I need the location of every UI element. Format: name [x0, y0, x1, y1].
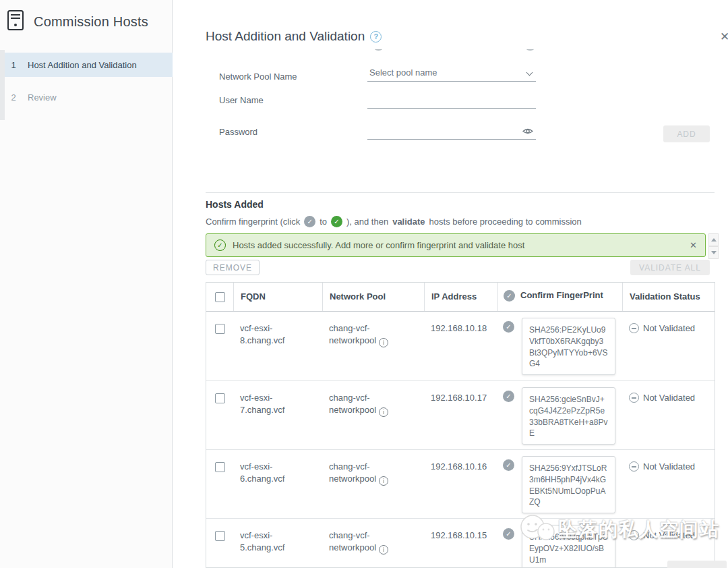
header-validation-status: Validation Status [622, 283, 715, 311]
host-table-row: vcf-esxi-6.chang.vcf chang-vcf-networkpo… [206, 449, 715, 518]
row-checkbox[interactable] [215, 393, 225, 403]
header-label: Confirm FingerPrint [520, 290, 603, 300]
network-pool-value: chang-vcf-networkpool [329, 323, 376, 345]
step-number: 1 [10, 60, 17, 70]
info-icon[interactable]: i [379, 338, 388, 347]
not-validated-icon [629, 323, 639, 333]
remove-button[interactable]: REMOVE [206, 260, 260, 275]
instruction-text: to [320, 217, 327, 227]
confirm-all-fingerprint-icon[interactable]: ✓ [504, 290, 515, 302]
network-pool-cell: chang-vcf-networkpooli [322, 450, 424, 518]
host-table-row: vcf-esxi-7.chang.vcf chang-vcf-networkpo… [206, 380, 715, 449]
fingerprint-value: SHA256:gcieSnBvJ+cqG4J4Z2ePzZpR5e33bBRA8… [522, 387, 615, 445]
row-select-cell [206, 312, 233, 380]
step-label: Review [28, 92, 57, 103]
fingerprint-value: SHA256:V9JqpkbTpSEypOVz+X82IUO/sBU1m [522, 525, 615, 568]
row-checkbox[interactable] [215, 462, 225, 472]
fqdn-value: vcf-esxi-7.chang.vcf [240, 392, 311, 416]
header-fqdn: FQDN [233, 283, 322, 311]
instruction-text-bold: validate [392, 217, 425, 227]
confirm-fingerprint-icon[interactable]: ✓ [503, 459, 514, 471]
close-icon[interactable]: ✕ [720, 30, 728, 44]
ip-address-cell: 192.168.10.18 [424, 312, 497, 380]
not-validated-icon [629, 461, 639, 472]
page-title-row: Host Addition and Validation ? [206, 29, 382, 44]
host-server-icon [7, 9, 24, 34]
wizard-title-row: Commission Hosts [7, 9, 148, 34]
scroll-cut-field-artifact [526, 47, 534, 51]
fqdn-cell: vcf-esxi-5.chang.vcf [233, 519, 322, 568]
select-all-cell [206, 283, 233, 311]
gray-check-icon: ✓ [304, 216, 315, 227]
chevron-down-icon [526, 69, 533, 76]
validate-all-button[interactable]: VALIDATE ALL [630, 260, 710, 275]
header-network-pool: Network Pool [322, 283, 424, 311]
row-select-cell [206, 381, 233, 449]
validation-status-cell: Not Validated [622, 381, 715, 449]
instruction-text: Confirm fingerprint (click [206, 217, 300, 227]
instruction-text: ), and then [346, 217, 388, 227]
network-pool-selected-value: Select pool name [369, 67, 437, 78]
ip-address-cell: 192.168.10.17 [424, 381, 497, 449]
ip-address-value: 192.168.10.18 [431, 323, 487, 333]
show-password-eye-icon[interactable] [522, 127, 533, 138]
ip-address-value: 192.168.10.16 [431, 461, 487, 472]
fingerprint-cell: ✓ SHA256:V9JqpkbTpSEypOVz+X82IUO/sBU1m [497, 519, 622, 568]
network-pool-select[interactable]: Select pool name [367, 65, 536, 82]
select-all-checkbox[interactable] [215, 292, 225, 302]
header-confirm-fingerprint: ✓ Confirm FingerPrint [497, 283, 622, 311]
host-table-row: vcf-esxi-8.chang.vcf chang-vcf-networkpo… [206, 312, 715, 380]
row-checkbox[interactable] [215, 324, 225, 334]
not-validated-icon [629, 530, 639, 540]
next-button[interactable] [667, 561, 727, 568]
fqdn-cell: vcf-esxi-8.chang.vcf [233, 312, 322, 380]
row-select-cell [206, 450, 233, 518]
fqdn-value: vcf-esxi-6.chang.vcf [240, 461, 311, 484]
fingerprint-cell: ✓ SHA256:9YxfJTSLoR3m6HH5phP4jVx4kGEBKt5… [497, 450, 622, 518]
info-icon[interactable]: i [379, 476, 388, 486]
host-table-row: vcf-esxi-5.chang.vcf chang-vcf-networkpo… [206, 518, 715, 568]
wizard-title: Commission Hosts [34, 14, 148, 30]
validation-status-value: Not Validated [643, 530, 695, 542]
step-review[interactable]: 2 Review [5, 85, 173, 109]
triangle-up-icon [711, 238, 717, 242]
fqdn-value: vcf-esxi-5.chang.vcf [240, 530, 311, 553]
ip-address-value: 192.168.10.15 [431, 530, 487, 540]
fingerprint-cell: ✓ SHA256:PE2KyLUo9VkfT0bX6RAKgqby3Bt3QPy… [497, 312, 622, 380]
instruction-text: hosts before proceeding to commission [429, 217, 582, 227]
password-input[interactable] [367, 123, 536, 140]
fqdn-value: vcf-esxi-8.chang.vcf [240, 322, 311, 346]
validation-status-cell: Not Validated [622, 450, 715, 518]
info-icon[interactable]: i [379, 407, 388, 417]
fingerprint-instruction: Confirm fingerprint (click ✓ to ✓ ), and… [206, 216, 582, 227]
add-button[interactable]: ADD [663, 125, 710, 142]
alert-scroll-stepper [708, 233, 719, 259]
row-select-cell [206, 519, 233, 568]
success-alert: ✓ Hosts added successfully. Add more or … [206, 233, 706, 257]
scroll-cut-field-artifact [375, 47, 382, 51]
header-ip-address: IP Address [424, 283, 497, 311]
user-name-input[interactable] [367, 92, 536, 109]
confirm-fingerprint-icon[interactable]: ✓ [503, 321, 514, 333]
info-icon[interactable]: i [379, 545, 388, 555]
table-header-row: FQDN Network Pool IP Address ✓ Confirm F… [206, 283, 715, 312]
alert-close-icon[interactable]: ✕ [690, 240, 697, 250]
scroll-down-button[interactable] [708, 246, 719, 259]
network-pool-label: Network Pool Name [219, 72, 297, 82]
user-name-label: User Name [219, 95, 264, 105]
confirm-fingerprint-icon[interactable]: ✓ [503, 528, 514, 540]
scroll-up-button[interactable] [708, 233, 719, 246]
green-check-icon: ✓ [331, 216, 342, 227]
page-title: Host Addition and Validation [206, 29, 365, 44]
validation-status-value: Not Validated [643, 461, 695, 473]
network-pool-value: chang-vcf-networkpool [329, 530, 376, 552]
step-host-addition-and-validation[interactable]: 1 Host Addition and Validation [5, 53, 173, 77]
fingerprint-value: SHA256:9YxfJTSLoR3m6HH5phP4jVx4kGEBKt5NU… [522, 456, 615, 513]
help-icon[interactable]: ? [370, 31, 382, 42]
row-checkbox[interactable] [215, 531, 225, 541]
fqdn-cell: vcf-esxi-6.chang.vcf [233, 450, 322, 518]
success-check-icon: ✓ [214, 239, 226, 251]
network-pool-cell: chang-vcf-networkpooli [322, 381, 424, 449]
not-validated-icon [629, 393, 639, 403]
confirm-fingerprint-icon[interactable]: ✓ [503, 391, 514, 402]
